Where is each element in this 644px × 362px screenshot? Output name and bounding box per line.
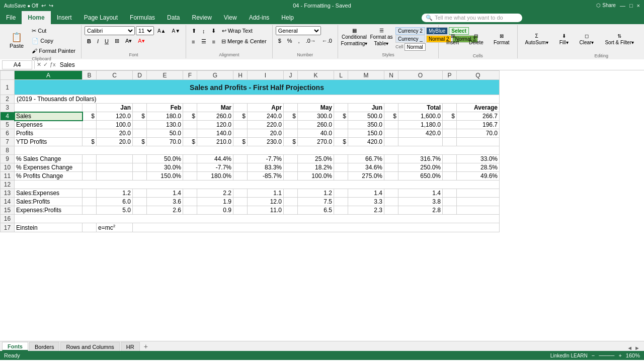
- format-as-table-btn[interactable]: ☰Format asTable▾: [368, 26, 394, 51]
- sheet-area[interactable]: A B C D E F G H I J K L M N O P Q: [0, 70, 644, 341]
- cell-13h[interactable]: [233, 189, 248, 198]
- cell-7q[interactable]: [457, 138, 500, 146]
- tab-file[interactable]: File: [0, 11, 22, 24]
- cell-4n[interactable]: $: [384, 112, 398, 121]
- cell-11j[interactable]: [284, 172, 298, 180]
- cell-5f[interactable]: [183, 121, 197, 129]
- cell-3q[interactable]: Average: [457, 104, 500, 112]
- cell-14o[interactable]: 3.8: [398, 198, 443, 206]
- col-header-g[interactable]: G: [197, 71, 233, 80]
- cell-4o[interactable]: 1,600.0: [398, 112, 443, 121]
- align-center-btn[interactable]: ☰: [199, 37, 209, 46]
- cell-6q[interactable]: 70.0: [457, 129, 500, 138]
- cell-3h[interactable]: [233, 104, 248, 112]
- cell-11k[interactable]: 100.0%: [298, 172, 334, 180]
- cell-11e[interactable]: 150.0%: [147, 172, 183, 180]
- cell-13q[interactable]: [457, 189, 500, 198]
- cell-3b[interactable]: [83, 104, 97, 112]
- cell-6a[interactable]: Profits: [15, 129, 83, 138]
- cell-5m[interactable]: 350.0: [348, 121, 384, 129]
- increase-decimal-btn[interactable]: .0→: [303, 36, 318, 45]
- cell-10k[interactable]: 18.2%: [298, 163, 334, 172]
- cell-15g[interactable]: 0.9: [197, 206, 233, 215]
- cell-15k[interactable]: 6.5: [298, 206, 334, 215]
- cell-10c[interactable]: [97, 163, 133, 172]
- insert-function-icon[interactable]: ƒx: [50, 61, 56, 68]
- tab-review[interactable]: Review: [186, 11, 217, 24]
- cell-9g[interactable]: 44.4%: [197, 155, 233, 163]
- cell-3k[interactable]: May: [298, 104, 334, 112]
- cell-17c[interactable]: e=mc2: [97, 223, 133, 232]
- cell-9m[interactable]: 66.7%: [348, 155, 384, 163]
- style-normal[interactable]: Normal: [405, 43, 426, 51]
- merge-center-btn[interactable]: ⊟ Merge & Center: [219, 37, 269, 46]
- col-header-h[interactable]: H: [233, 71, 248, 80]
- sheet-tab-hr[interactable]: HR: [121, 342, 140, 351]
- cell-15d[interactable]: [133, 206, 147, 215]
- tab-add-ins[interactable]: Add-ins: [243, 11, 276, 24]
- cell-15i[interactable]: 11.0: [248, 206, 284, 215]
- cell-9a[interactable]: % Sales Change: [15, 155, 83, 163]
- cell-15o[interactable]: 2.8: [398, 206, 443, 215]
- cell-7l[interactable]: $: [334, 138, 348, 146]
- cell-5g[interactable]: 120.0: [197, 121, 233, 129]
- cell-11f[interactable]: [183, 172, 197, 180]
- cell-subtitle[interactable]: (2019 - Thousands of Dollars): [15, 95, 500, 104]
- cell-4h[interactable]: $: [233, 112, 248, 121]
- sheet-tab-rows-columns[interactable]: Rows and Columns: [60, 342, 119, 351]
- cell-9q[interactable]: 33.0%: [457, 155, 500, 163]
- cell-7k[interactable]: 270.0: [298, 138, 334, 146]
- border-button[interactable]: ⊞: [112, 36, 122, 46]
- col-header-q[interactable]: Q: [457, 71, 500, 80]
- cell-10o[interactable]: 250.0%: [398, 163, 443, 172]
- cell-11q[interactable]: 49.6%: [457, 172, 500, 180]
- name-box[interactable]: A4: [2, 60, 32, 69]
- cell-14f[interactable]: [183, 198, 197, 206]
- cell-15j[interactable]: [284, 206, 298, 215]
- cell-9e[interactable]: 50.0%: [147, 155, 183, 163]
- cell-3p[interactable]: [443, 104, 457, 112]
- cell-10e[interactable]: 30.0%: [147, 163, 183, 172]
- cell-4j[interactable]: $: [284, 112, 298, 121]
- cell-4q[interactable]: 266.7: [457, 112, 500, 121]
- cell-7g[interactable]: 210.0: [197, 138, 233, 146]
- underline-button[interactable]: U: [102, 37, 111, 46]
- cell-15p[interactable]: [443, 206, 457, 215]
- cell-6m[interactable]: 150.0: [348, 129, 384, 138]
- col-header-n[interactable]: N: [384, 71, 398, 80]
- cell-5d[interactable]: [133, 121, 147, 129]
- cell-13i[interactable]: 1.1: [248, 189, 284, 198]
- cell-5p[interactable]: [443, 121, 457, 129]
- cell-13g[interactable]: 2.2: [197, 189, 233, 198]
- cell-5a[interactable]: Expenses: [15, 121, 83, 129]
- close-btn[interactable]: ×: [637, 3, 640, 9]
- decrease-font-btn[interactable]: A▼: [170, 27, 183, 35]
- cell-15c[interactable]: 5.0: [97, 206, 133, 215]
- cell-10q[interactable]: 28.5%: [457, 163, 500, 172]
- cell-5h[interactable]: [233, 121, 248, 129]
- cell-10h[interactable]: [233, 163, 248, 172]
- cell-3n[interactable]: [384, 104, 398, 112]
- formula-input[interactable]: [58, 61, 642, 69]
- cell-7b[interactable]: $: [83, 138, 97, 146]
- add-sheet-button[interactable]: +: [141, 342, 151, 351]
- cell-11g[interactable]: 180.0%: [197, 172, 233, 180]
- format-btn[interactable]: ⊠Format: [489, 26, 514, 52]
- cell-15q[interactable]: [457, 206, 500, 215]
- cell-14k[interactable]: 7.5: [298, 198, 334, 206]
- cell-5b[interactable]: [83, 121, 97, 129]
- col-header-b[interactable]: B: [83, 71, 97, 80]
- col-header-f[interactable]: F: [183, 71, 197, 80]
- cell-4d[interactable]: $: [133, 112, 147, 121]
- cell-14b[interactable]: [83, 198, 97, 206]
- italic-button[interactable]: I: [95, 37, 101, 46]
- col-header-l[interactable]: L: [334, 71, 348, 80]
- cell-4g[interactable]: 260.0: [197, 112, 233, 121]
- cell-6j[interactable]: [284, 129, 298, 138]
- comma-btn[interactable]: ,: [296, 36, 302, 45]
- tab-home[interactable]: Home: [22, 11, 50, 24]
- cell-6o[interactable]: 420.0: [398, 129, 443, 138]
- insert-btn[interactable]: ⊞Insert: [442, 26, 463, 52]
- cell-4k[interactable]: 300.0: [298, 112, 334, 121]
- cell-7o[interactable]: [398, 138, 443, 146]
